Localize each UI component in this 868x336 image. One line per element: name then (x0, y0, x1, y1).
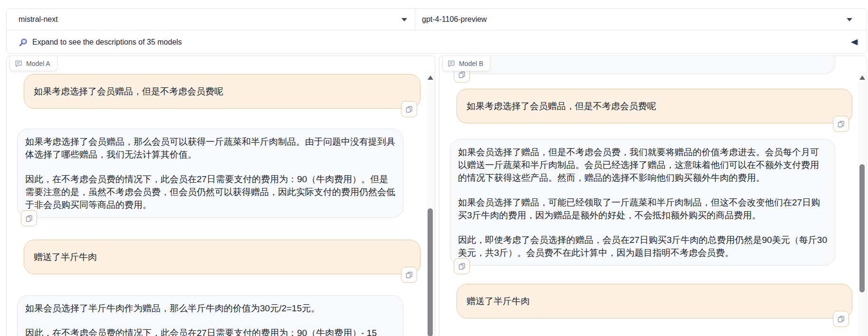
message-text: 如果考虑选择了会员赠品，但是不考虑会员费呢 (34, 85, 410, 98)
message-row: 赠送了半斤牛肉 (7, 240, 427, 274)
copy-button[interactable] (401, 267, 417, 283)
caret-down-icon (847, 18, 852, 21)
copy-icon (26, 215, 33, 222)
model-b-scroll-area[interactable]: 如果考虑选择了会员赠品，但是不考虑会员费呢 如果会员选择了赠品，但是不考虑会员费… (439, 56, 859, 336)
message-text: 如果考虑选择了会员赠品，那么会员可以获得一斤蔬菜和半斤肉制品。由于问题中没有提到… (25, 135, 395, 161)
model-b-dropdown-value: gpt-4-1106-preview (422, 15, 487, 24)
model-b-dropdown[interactable]: gpt-4-1106-preview (415, 9, 867, 30)
model-descriptions-accordion[interactable]: Expand to see the descriptions of 35 mod… (7, 30, 867, 54)
model-b-scrollbar[interactable] (858, 72, 866, 336)
message-row: 如果考虑选择了会员赠品，但是不考虑会员费呢 (7, 74, 427, 109)
user-message-bubble: 如果考虑选择了会员赠品，但是不考虑会员费呢 (457, 89, 852, 123)
message-text: 赠送了半斤牛肉 (34, 251, 410, 263)
message-row: 如果考虑选择了会员赠品，那么会员可以获得一斤蔬菜和半斤肉制品。由于问题中没有提到… (7, 129, 427, 218)
copy-icon (458, 71, 466, 78)
message-text: 如果会员选择了半斤牛肉作为赠品，那么半斤牛肉的价值为30元/2=15元。 (25, 302, 395, 315)
assistant-message-bubble: 如果考虑选择了会员赠品，那么会员可以获得一斤蔬菜和半斤肉制品。由于问题中没有提到… (17, 129, 403, 218)
copy-icon (406, 106, 413, 113)
message-text: 如果会员选择了赠品，可能已经领取了一斤蔬菜和半斤肉制品，但这不会改变他们在27日… (458, 196, 827, 222)
collapse-arrow-left-icon[interactable] (851, 39, 857, 45)
copy-icon (838, 121, 845, 128)
collapse-arrow-accent (857, 39, 858, 45)
model-a-tab: Model A (10, 56, 57, 71)
scrollbar-thumb[interactable] (859, 164, 865, 292)
model-a-tab-label: Model A (26, 60, 50, 67)
model-b-chat-panel: Model B 如果考虑选择了会员赠品，但是不考虑会员费呢 (439, 56, 867, 336)
assistant-message-bubble: 如果会员选择了赠品，但是不考虑会员费，我们就要将赠品的价值考虑进去。会员每个月可… (450, 139, 835, 266)
model-a-dropdown[interactable]: mistral-next (7, 9, 415, 30)
message-row: 如果会员选择了半斤牛肉作为赠品，那么半斤牛肉的价值为30元/2=15元。 因此，… (7, 295, 427, 336)
scroll-up-arrow-icon[interactable] (859, 75, 865, 80)
accordion-label: Expand to see the descriptions of 35 mod… (32, 38, 182, 47)
message-row: 如果会员选择了赠品，但是不考虑会员费，我们就要将赠品的价值考虑进去。会员每个月可… (439, 139, 859, 266)
chat-bubble-icon (15, 60, 22, 67)
user-message-bubble: 如果考虑选择了会员赠品，但是不考虑会员费呢 (24, 74, 420, 109)
user-message-bubble: 赠送了半斤牛肉 (457, 284, 852, 318)
copy-button[interactable] (401, 101, 417, 117)
scrollbar-thumb[interactable] (428, 208, 433, 336)
model-b-tab: Model B (442, 56, 490, 71)
message-text: 因此，即使考虑了会员选择的赠品，会员在27日购买3斤牛肉的总费用仍然是90美元（… (458, 233, 827, 259)
copy-button[interactable] (454, 258, 470, 274)
message-text: 赠送了半斤牛肉 (467, 295, 842, 308)
caret-down-icon (401, 18, 407, 21)
copy-icon (406, 271, 413, 279)
message-text: 如果会员选择了赠品，但是不考虑会员费，我们就要将赠品的价值考虑进去。会员每个月可… (458, 146, 827, 184)
message-text: 因此，在不考虑会员费的情况下，此会员在27日需要支付的费用为：90（牛肉费用）。… (25, 173, 395, 211)
model-dropdown-row: mistral-next gpt-4-1106-preview (7, 9, 867, 30)
message-text: 因此，在不考虑会员费的情况下，此会员在27日需要支付的费用为：90（牛肉费用）-… (25, 327, 395, 336)
model-selection-header: mistral-next gpt-4-1106-preview Expand t… (6, 8, 867, 54)
copy-button[interactable] (833, 116, 849, 132)
message-row: 赠送了半斤牛肉 (439, 284, 859, 318)
copy-button[interactable] (833, 311, 849, 327)
copy-icon (838, 316, 845, 323)
message-row: 如果考虑选择了会员赠品，但是不考虑会员费呢 (439, 89, 859, 123)
model-a-scroll-area[interactable]: 如果考虑选择了会员赠品，但是不考虑会员费呢 如果考虑选择了会员赠品，那么会员可以… (7, 56, 427, 336)
assistant-message-bubble: 如果会员选择了半斤牛肉作为赠品，那么半斤牛肉的价值为30元/2=15元。 因此，… (17, 295, 403, 336)
assistant-message-bubble-clipped (450, 56, 835, 74)
model-a-scrollbar[interactable] (427, 72, 434, 336)
copy-button[interactable] (21, 210, 37, 226)
user-message-bubble: 赠送了半斤牛肉 (24, 240, 420, 274)
chat-bubble-icon (448, 60, 455, 67)
message-text: 如果考虑选择了会员赠品，但是不考虑会员费呢 (467, 100, 842, 112)
model-a-chat-panel: Model A 如果考虑选择了会员赠品，但是不考虑会员费呢 如果考虑选择了会员赠… (6, 56, 435, 336)
model-b-tab-label: Model B (459, 60, 483, 67)
scroll-up-arrow-icon[interactable] (428, 75, 433, 80)
model-a-dropdown-value: mistral-next (19, 15, 58, 24)
copy-icon (458, 263, 466, 270)
message-row (439, 56, 859, 74)
magnifier-icon (19, 38, 28, 47)
